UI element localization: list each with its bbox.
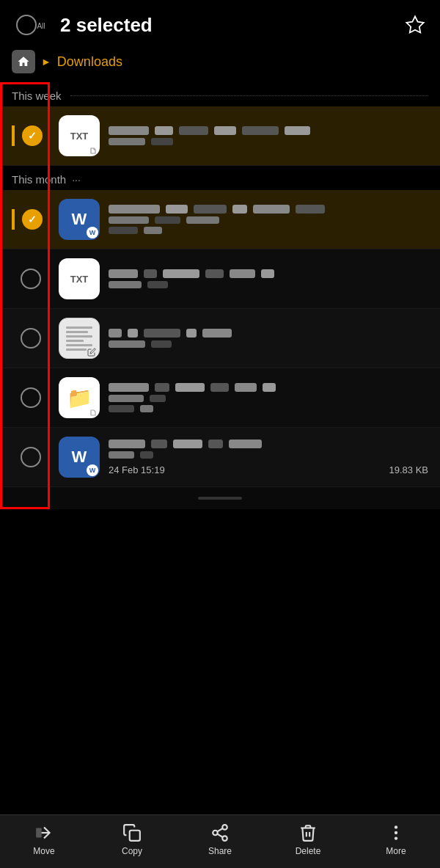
edit-icon [87, 348, 96, 357]
breadcrumb-arrow: ► [41, 56, 51, 68]
file-name-row [109, 205, 428, 214]
file-meta-row [109, 138, 428, 145]
file-meta-row [109, 281, 428, 288]
meta-block [150, 395, 166, 402]
header-left: All 2 selected [12, 14, 153, 37]
file-info-4 [109, 329, 428, 348]
name-block [208, 440, 223, 448]
copy-button[interactable]: Copy [88, 823, 176, 856]
meta-block [109, 227, 138, 234]
meta-block [109, 405, 134, 412]
name-block [109, 269, 138, 278]
checkbox-checked[interactable]: ✓ [22, 125, 43, 146]
svg-point-5 [222, 836, 227, 841]
file-checkbox-3[interactable] [12, 269, 50, 289]
more-label: More [386, 846, 406, 856]
checkbox-unchecked[interactable] [21, 328, 41, 349]
delete-icon [298, 823, 318, 843]
file-name-row [109, 269, 428, 278]
file-name-row [109, 329, 428, 338]
meta-block [151, 340, 172, 348]
meta-block [186, 216, 219, 224]
meta-block [155, 216, 180, 224]
name-block [242, 126, 279, 135]
meta-block [109, 395, 144, 402]
name-block [186, 329, 197, 338]
file-item[interactable]: TXT [0, 249, 440, 309]
word-w-icon: W [72, 448, 87, 467]
share-icon [210, 823, 230, 843]
name-block [144, 269, 157, 278]
file-meta-row-2 [109, 405, 428, 412]
file-checkbox-6[interactable] [12, 447, 50, 467]
svg-rect-2 [130, 831, 140, 841]
meta-block [109, 138, 145, 145]
name-block [128, 329, 138, 338]
file-item[interactable]: W W 24 Feb 15:19 [0, 428, 440, 487]
scroll-bar [198, 497, 242, 500]
name-block [163, 269, 199, 278]
home-icon[interactable] [12, 50, 35, 73]
file-name-row [109, 440, 428, 448]
name-block [210, 383, 229, 392]
name-block [173, 440, 202, 448]
file-checkbox-1[interactable]: ✓ [12, 125, 50, 146]
checkbox-unchecked[interactable] [21, 387, 41, 408]
name-block [205, 269, 224, 278]
file-item[interactable]: ✓ TXT [0, 106, 440, 166]
name-block [109, 383, 149, 392]
svg-point-3 [222, 825, 227, 830]
svg-point-8 [395, 825, 397, 828]
selected-count: 2 selected [60, 14, 153, 37]
meta-block [109, 281, 142, 288]
move-icon [34, 823, 54, 843]
svg-point-9 [395, 831, 397, 834]
meta-block [140, 451, 153, 459]
file-item[interactable]: ✓ W W [0, 190, 440, 249]
checkbox-checked[interactable]: ✓ [22, 209, 43, 230]
file-checkbox-2[interactable]: ✓ [12, 209, 50, 230]
meta-block [151, 138, 173, 145]
file-meta-row-2 [109, 227, 428, 234]
checkmark-icon: ✓ [28, 131, 37, 141]
file-checkbox-5[interactable] [12, 387, 50, 408]
delete-button[interactable]: Delete [264, 823, 352, 856]
name-block [109, 205, 160, 214]
section-title-month: This month [12, 173, 66, 186]
meta-block [140, 405, 153, 412]
section-divider-month: ··· [72, 174, 428, 186]
section-this-month: This month ··· [0, 166, 440, 190]
name-block [109, 329, 122, 338]
svg-marker-0 [406, 16, 423, 32]
name-block [109, 126, 149, 135]
file-info-6: 24 Feb 15:19 19.83 KB [109, 440, 428, 475]
name-block [179, 126, 208, 135]
more-button[interactable]: More [352, 823, 440, 856]
select-all-checkbox[interactable]: All [12, 15, 50, 35]
delete-label: Delete [296, 846, 321, 856]
all-circle[interactable] [16, 15, 37, 35]
move-button[interactable]: Move [0, 823, 88, 856]
section-title-week: This week [12, 90, 62, 102]
name-block [253, 205, 290, 214]
favorite-button[interactable] [402, 12, 428, 38]
file-checkbox-4[interactable] [12, 328, 50, 349]
downloads-folder[interactable]: Downloads [57, 54, 122, 70]
meta-block [144, 227, 162, 234]
checkbox-unchecked[interactable] [21, 447, 41, 467]
checkbox-unchecked[interactable] [21, 269, 41, 289]
name-block [166, 205, 188, 214]
name-block [263, 383, 276, 392]
svg-line-6 [217, 834, 222, 837]
meta-block [109, 216, 149, 224]
header: All 2 selected [0, 0, 440, 44]
name-block [155, 383, 169, 392]
file-item[interactable]: 📁 [0, 368, 440, 428]
name-block [194, 205, 227, 214]
file-info-3 [109, 269, 428, 288]
name-block [151, 440, 167, 448]
copy-icon [122, 823, 142, 843]
file-item[interactable] [0, 309, 440, 368]
file-meta-row [109, 216, 428, 224]
share-button[interactable]: Share [176, 823, 264, 856]
